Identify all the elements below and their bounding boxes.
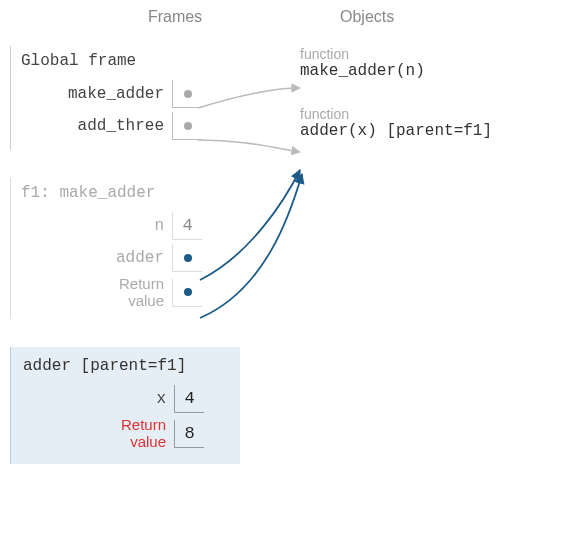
row-label: x (19, 390, 174, 408)
row-value-pointer (172, 112, 202, 140)
global-frame: Global frame make_adder add_three (10, 46, 240, 150)
object-make-adder: function make_adder(n) (300, 46, 550, 80)
frames-col-header: Frames (0, 8, 290, 26)
row-label: Return value (19, 417, 174, 450)
f1-row-adder: adder (17, 244, 240, 272)
row-label: n (17, 217, 172, 235)
pointer-dot-icon (184, 254, 192, 262)
object-signature: make_adder(n) (300, 62, 550, 80)
column-headers: Frames Objects (0, 0, 563, 26)
adder-row-x: x 4 (19, 385, 240, 413)
row-value-pointer (172, 279, 202, 307)
row-value: 4 (172, 212, 202, 240)
row-value-pointer (172, 80, 202, 108)
objects-col-header: Objects (290, 8, 540, 26)
f1-frame-title: f1: make_adder (17, 184, 240, 202)
object-signature: adder(x) [parent=f1] (300, 122, 550, 140)
active-frame-title: adder [parent=f1] (19, 357, 240, 375)
row-label: add_three (17, 117, 172, 135)
f1-frame: f1: make_adder n 4 adder Return value (10, 178, 240, 319)
adder-row-return: Return value 8 (19, 417, 240, 450)
row-value-pointer (172, 244, 202, 272)
frames-column: Global frame make_adder add_three f1: ma… (10, 46, 240, 492)
object-kind-label: function (300, 46, 550, 62)
object-adder: function adder(x) [parent=f1] (300, 106, 550, 140)
row-label: Return value (17, 276, 172, 309)
global-frame-row-add-three: add_three (17, 112, 240, 140)
active-adder-frame: adder [parent=f1] x 4 Return value 8 (10, 347, 240, 464)
objects-column: function make_adder(n) function adder(x)… (300, 46, 550, 164)
row-label: make_adder (17, 85, 172, 103)
pointer-dot-icon (184, 288, 192, 296)
row-value: 8 (174, 420, 204, 448)
row-value: 4 (174, 385, 204, 413)
pointer-dot-icon (184, 90, 192, 98)
f1-row-n: n 4 (17, 212, 240, 240)
object-kind-label: function (300, 106, 550, 122)
f1-row-return: Return value (17, 276, 240, 309)
row-label: adder (17, 249, 172, 267)
global-frame-title: Global frame (17, 52, 240, 70)
pointer-dot-icon (184, 122, 192, 130)
global-frame-row-make-adder: make_adder (17, 80, 240, 108)
